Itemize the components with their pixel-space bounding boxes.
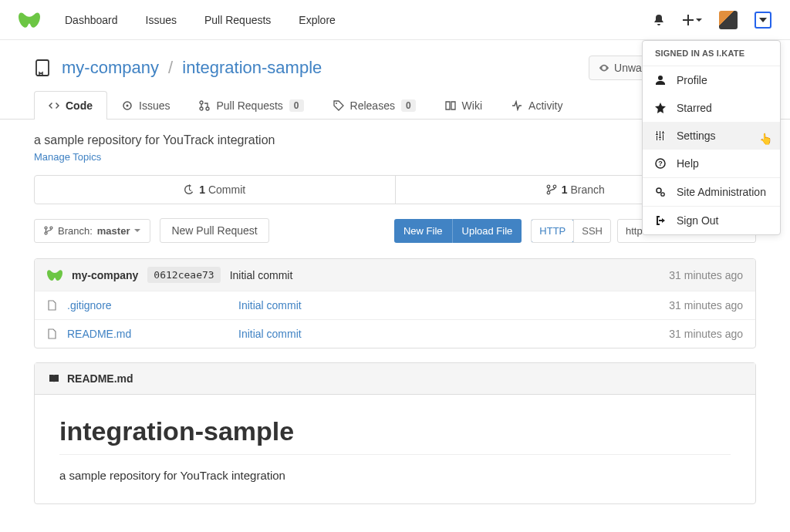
file-row: README.md Initial commit 31 minutes ago xyxy=(35,319,755,348)
tab-issues[interactable]: Issues xyxy=(107,91,184,120)
plus-icon xyxy=(682,14,694,26)
commit-author[interactable]: my-company xyxy=(72,269,138,281)
nav-pulls[interactable]: Pull Requests xyxy=(204,14,271,26)
breadcrumb-repo[interactable]: integration-sample xyxy=(182,58,322,77)
dd-sign-out-label: Sign Out xyxy=(677,214,718,227)
readme-title: integration-sample xyxy=(59,416,731,455)
brand-logo-icon xyxy=(47,270,62,281)
nav-dashboard[interactable]: Dashboard xyxy=(65,14,118,26)
help-icon: ? xyxy=(655,158,666,169)
dd-site-admin-label: Site Administration xyxy=(677,186,766,198)
svg-point-3 xyxy=(661,193,664,196)
manage-topics-link[interactable]: Manage Topics xyxy=(34,151,101,163)
brand-logo-icon[interactable] xyxy=(19,12,40,28)
svg-point-16 xyxy=(50,227,52,229)
create-menu[interactable] xyxy=(682,14,702,26)
file-name[interactable]: .gitignore xyxy=(67,299,229,311)
cursor-icon: 👆 xyxy=(759,133,772,145)
file-commit-msg[interactable]: Initial commit xyxy=(238,328,302,340)
repo-icon xyxy=(34,59,52,77)
branch-icon xyxy=(546,184,557,195)
commits-stat[interactable]: 1 Commit xyxy=(35,176,395,204)
svg-point-15 xyxy=(45,232,47,234)
latest-commit-row: my-company 0612ceae73 Initial commit 31 … xyxy=(35,259,755,291)
readme-filename: README.md xyxy=(67,372,133,385)
bell-icon[interactable] xyxy=(653,14,665,26)
tab-releases-label: Releases xyxy=(350,99,395,112)
nav-explore[interactable]: Explore xyxy=(299,14,335,26)
commit-sha[interactable]: 0612ceae73 xyxy=(147,267,220,283)
dd-starred-label: Starred xyxy=(677,102,712,114)
pulls-count-badge: 0 xyxy=(289,99,304,112)
svg-point-14 xyxy=(45,227,47,229)
dd-starred[interactable]: Starred xyxy=(643,94,780,122)
breadcrumb-sep: / xyxy=(168,58,173,77)
proto-ssh[interactable]: SSH xyxy=(573,220,610,242)
tab-pulls-label: Pull Requests xyxy=(216,99,282,112)
svg-point-10 xyxy=(336,103,337,104)
user-menu-toggle[interactable] xyxy=(755,12,771,29)
tab-activity[interactable]: Activity xyxy=(497,91,577,120)
code-icon xyxy=(49,100,59,111)
dd-settings-label: Settings xyxy=(677,130,716,142)
commit-time: 31 minutes ago xyxy=(669,269,743,281)
svg-point-7 xyxy=(200,101,203,104)
dd-sign-out[interactable]: Sign Out xyxy=(643,207,780,234)
activity-icon xyxy=(511,100,522,111)
dd-help-label: Help xyxy=(677,157,699,170)
issue-icon xyxy=(122,100,133,111)
file-time: 31 minutes ago xyxy=(669,328,743,340)
file-name[interactable]: README.md xyxy=(67,328,229,340)
branch-prefix: Branch: xyxy=(58,225,93,237)
protocol-toggle: HTTP SSH xyxy=(531,219,611,243)
tab-issues-label: Issues xyxy=(139,99,170,112)
tab-wiki-label: Wiki xyxy=(462,99,482,112)
upload-file-button[interactable]: Upload File xyxy=(453,219,522,243)
branch-name: master xyxy=(97,225,130,237)
releases-count-badge: 0 xyxy=(401,99,416,112)
breadcrumb: my-company / integration-sample xyxy=(62,58,322,78)
book-icon xyxy=(445,100,456,111)
proto-http[interactable]: HTTP xyxy=(531,219,574,243)
file-row: .gitignore Initial commit 31 minutes ago xyxy=(35,291,755,319)
user-icon xyxy=(655,75,666,86)
tab-code-label: Code xyxy=(66,99,93,112)
tab-releases[interactable]: Releases 0 xyxy=(319,91,430,120)
svg-point-8 xyxy=(200,107,203,110)
gears-icon xyxy=(655,187,666,197)
file-listing: my-company 0612ceae73 Initial commit 31 … xyxy=(34,258,756,348)
svg-text:?: ? xyxy=(658,160,663,167)
dd-settings[interactable]: Settings 👆 xyxy=(643,122,780,150)
file-icon xyxy=(47,300,58,311)
new-file-button[interactable]: New File xyxy=(394,219,453,243)
nav-issues[interactable]: Issues xyxy=(146,14,177,26)
new-pr-button[interactable]: New Pull Request xyxy=(160,218,268,243)
caret-down-icon xyxy=(134,229,140,232)
breadcrumb-owner[interactable]: my-company xyxy=(62,58,159,77)
readme-header: README.md xyxy=(35,363,755,395)
pull-icon xyxy=(199,100,210,111)
file-commit-msg[interactable]: Initial commit xyxy=(238,299,302,311)
tab-pulls[interactable]: Pull Requests 0 xyxy=(184,91,318,120)
dd-help[interactable]: ? Help xyxy=(643,150,780,177)
readme-text: a sample repository for YouTrack integra… xyxy=(59,469,731,482)
signed-in-as: SIGNED IN AS I.KATE xyxy=(643,41,780,66)
svg-point-12 xyxy=(547,191,550,194)
dd-profile-label: Profile xyxy=(677,74,707,86)
svg-point-13 xyxy=(553,185,556,188)
dd-site-admin[interactable]: Site Administration xyxy=(643,178,780,206)
avatar[interactable] xyxy=(719,11,738,29)
tag-icon xyxy=(333,100,344,111)
svg-point-6 xyxy=(127,105,129,107)
file-icon xyxy=(47,328,58,339)
eye-icon xyxy=(599,62,609,73)
readme-panel: README.md integration-sample a sample re… xyxy=(34,362,756,504)
tab-code[interactable]: Code xyxy=(34,91,107,120)
user-dropdown: SIGNED IN AS I.KATE Profile Starred Sett… xyxy=(642,40,781,235)
commit-message: Initial commit xyxy=(230,269,293,281)
svg-point-11 xyxy=(547,185,550,188)
branch-selector[interactable]: Branch: master xyxy=(34,219,150,243)
tab-wiki[interactable]: Wiki xyxy=(430,91,497,120)
dd-profile[interactable]: Profile xyxy=(643,66,780,94)
svg-point-2 xyxy=(657,188,661,193)
